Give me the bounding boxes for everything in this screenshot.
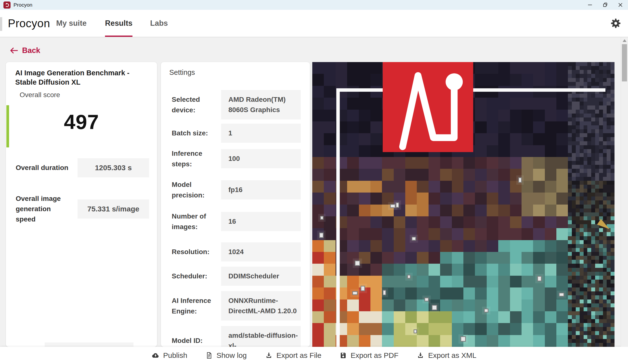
setting-label: Resolution:: [161, 246, 221, 257]
back-arrow-icon: [10, 47, 18, 54]
app-brand[interactable]: Procyon: [8, 17, 50, 30]
setting-label: Number of images:: [161, 211, 221, 232]
metric-row-duration: Overall duration 1205.303 s: [6, 158, 157, 177]
setting-label: Batch size:: [161, 128, 221, 138]
setting-value: fp16: [221, 180, 301, 199]
restore-button[interactable]: [598, 0, 613, 10]
setting-label: Inference steps:: [161, 148, 221, 169]
setting-row-resolution: Resolution: 1024: [161, 242, 310, 261]
setting-label: Model ID:: [161, 335, 221, 346]
setting-value: 16: [221, 212, 301, 231]
setting-label: AI Inference Engine:: [161, 295, 221, 317]
ul-procyon-logo-icon: [3, 1, 10, 8]
document-icon: [205, 352, 213, 359]
metric-label: Overall image generation speed: [6, 194, 72, 224]
setting-value: ONNXRuntime-DirectML-AMD 1.20.0: [221, 291, 301, 321]
setting-value: AMD Radeon(TM) 8060S Graphics: [221, 90, 301, 119]
setting-row-selected-device: Selected device: AMD Radeon(TM) 8060S Gr…: [161, 90, 310, 119]
back-button[interactable]: Back: [10, 46, 40, 55]
setting-label: Selected device:: [161, 94, 221, 116]
setting-row-scheduler: Scheduler: DDIMScheduler: [161, 267, 310, 286]
tab-labs[interactable]: Labs: [150, 10, 168, 37]
settings-card: Settings Selected device: AMD Radeon(TM)…: [161, 62, 310, 347]
setting-value: 1: [221, 124, 301, 143]
window-title: Procyon: [13, 2, 32, 8]
generated-image-panel: [312, 62, 615, 347]
setting-label: Model precision:: [161, 179, 221, 201]
setting-value: 100: [221, 149, 301, 168]
tab-results[interactable]: Results: [105, 10, 133, 37]
benchmark-title: AI Image Generation Benchmark - Stable D…: [6, 62, 157, 87]
export-as-xml-button[interactable]: Export as XML: [416, 351, 476, 360]
setting-row-model-precision: Model precision: fp16: [161, 179, 310, 201]
result-card: AI Image Generation Benchmark - Stable D…: [6, 62, 157, 347]
scrollbar-up-arrow-icon[interactable]: [623, 39, 627, 42]
setting-row-number-of-images: Number of images: 16: [161, 211, 310, 232]
export-as-pdf-button[interactable]: Export as PDF: [339, 351, 398, 360]
export-as-xml-label: Export as XML: [428, 351, 476, 360]
scrollbar-thumb[interactable]: [622, 44, 627, 81]
metric-value: 1205.303 s: [78, 158, 149, 177]
export-as-file-button[interactable]: Export as File: [265, 351, 321, 360]
setting-label: Scheduler:: [161, 271, 221, 281]
footer-action-bar: Publish Show log Export as File Export a…: [0, 347, 628, 364]
download-icon: [265, 352, 273, 359]
setting-value: DDIMScheduler: [221, 267, 301, 286]
publish-label: Publish: [163, 351, 187, 360]
setting-value: 1024: [221, 242, 301, 261]
settings-title: Settings: [161, 62, 310, 76]
close-button[interactable]: [613, 0, 628, 10]
minimize-icon: [587, 2, 593, 8]
overall-score-label: Overall score: [20, 91, 60, 99]
window-titlebar: Procyon: [0, 0, 628, 10]
overall-score-value: 497: [6, 110, 157, 134]
export-as-file-label: Export as File: [276, 351, 321, 360]
vertical-scrollbar[interactable]: [621, 37, 628, 347]
metric-row-speed: Overall image generation speed 75.331 s/…: [6, 194, 157, 224]
setting-row-batch-size: Batch size: 1: [161, 124, 310, 143]
publish-button[interactable]: Publish: [152, 351, 187, 360]
gear-icon: [611, 18, 621, 28]
cloud-upload-icon: [152, 352, 159, 359]
metric-value: 75.331 s/image: [78, 199, 149, 218]
export-as-pdf-label: Export as PDF: [351, 351, 398, 360]
setting-row-inference-steps: Inference steps: 100: [161, 148, 310, 169]
show-log-button[interactable]: Show log: [205, 351, 246, 360]
save-icon: [339, 352, 347, 359]
close-icon: [618, 2, 623, 8]
tab-my-suite[interactable]: My suite: [56, 10, 86, 37]
minimize-button[interactable]: [582, 0, 598, 10]
procyon-ai-logo: [383, 62, 473, 152]
show-log-label: Show log: [216, 351, 246, 360]
clipped-value-box: [45, 342, 134, 347]
content-area: Back AI Image Generation Benchmark - Sta…: [0, 37, 628, 347]
download-icon: [416, 352, 424, 359]
main-nav: Procyon My suite Results Labs: [0, 10, 628, 37]
setting-row-ai-inference-engine: AI Inference Engine: ONNXRuntime-DirectM…: [161, 291, 310, 321]
metric-label: Overall duration: [6, 163, 72, 173]
ai-monogram-icon: [383, 62, 473, 152]
nav-accent-bar: [0, 17, 2, 31]
settings-gear-button[interactable]: [610, 18, 621, 29]
back-label: Back: [22, 46, 40, 55]
restore-icon: [602, 2, 608, 8]
image-inset-border-vertical: [336, 88, 340, 347]
